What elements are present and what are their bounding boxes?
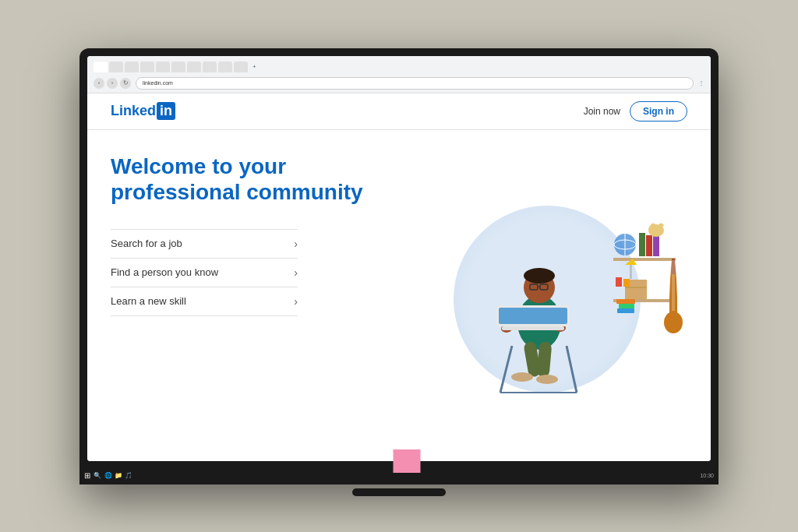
action-learn-skill-label: Learn a new skill: [111, 295, 186, 307]
address-bar-row: ‹ › ↻ linkedin.com ⋮: [94, 75, 704, 93]
tab[interactable]: [140, 62, 154, 72]
taskbar-icon-app[interactable]: 🎵: [125, 472, 132, 479]
logo-linked-text: Linked: [111, 103, 156, 119]
screen: + ‹ › ↻ linkedin.com ⋮: [87, 56, 711, 461]
hero-left: Welcome to your professional community S…: [111, 146, 687, 453]
join-now-link[interactable]: Join now: [584, 106, 620, 117]
chevron-right-icon: ›: [294, 295, 298, 308]
hero-title: Welcome to your professional community: [111, 153, 687, 206]
linkedin-navbar: Linked in Join now Sign in: [87, 93, 711, 130]
sign-in-button[interactable]: Sign in: [630, 101, 687, 122]
logo-in-badge: in: [157, 102, 175, 120]
start-button[interactable]: ⊞: [84, 471, 90, 480]
url-text: linkedin.com: [143, 80, 173, 86]
tab[interactable]: [156, 62, 170, 72]
refresh-button[interactable]: ↻: [120, 78, 131, 89]
taskbar-icon-file[interactable]: 📁: [115, 472, 122, 479]
linkedin-logo: Linked in: [111, 102, 175, 120]
action-learn-skill[interactable]: Learn a new skill ›: [111, 287, 298, 316]
action-list: Search for a job › Find a person you kno…: [111, 229, 687, 316]
action-search-job-label: Search for a job: [111, 238, 182, 249]
monitor-frame: + ‹ › ↻ linkedin.com ⋮: [79, 48, 719, 484]
action-search-job[interactable]: Search for a job ›: [111, 229, 298, 259]
monitor: + ‹ › ↻ linkedin.com ⋮: [79, 48, 719, 484]
active-tab[interactable]: [94, 62, 108, 72]
tab-bar: +: [94, 59, 704, 75]
tab[interactable]: [218, 62, 232, 72]
address-bar[interactable]: linkedin.com: [136, 77, 694, 90]
taskbar-icons: 🌐 📁 🎵: [104, 472, 697, 479]
nav-actions: Join now Sign in: [584, 101, 687, 122]
tab[interactable]: [203, 62, 217, 72]
search-button[interactable]: 🔍: [94, 472, 101, 479]
tab[interactable]: [125, 62, 139, 72]
browser-chrome: + ‹ › ↻ linkedin.com ⋮: [87, 56, 711, 93]
hero-title-line2: professional community: [111, 179, 687, 206]
hero-title-line1: Welcome to your: [111, 153, 687, 180]
action-find-person[interactable]: Find a person you know ›: [111, 259, 298, 287]
tab[interactable]: [109, 62, 123, 72]
nav-buttons: ‹ › ↻: [94, 78, 131, 89]
page-content: Linked in Join now Sign in Welcome to yo…: [87, 93, 711, 461]
tab-list: [94, 62, 248, 72]
tab[interactable]: [187, 62, 201, 72]
back-button[interactable]: ‹: [94, 78, 104, 89]
tab[interactable]: [171, 62, 185, 72]
tab[interactable]: [234, 62, 248, 72]
chevron-right-icon: ›: [294, 266, 298, 279]
browser-menu[interactable]: ⋮: [698, 79, 704, 86]
taskbar-time: 10:30: [700, 473, 714, 478]
monitor-base: [352, 488, 446, 496]
hero-section: Welcome to your professional community S…: [87, 130, 711, 461]
action-find-person-label: Find a person you know: [111, 266, 218, 278]
forward-button[interactable]: ›: [107, 78, 118, 89]
chevron-right-icon: ›: [294, 238, 298, 250]
new-tab-button[interactable]: +: [252, 63, 256, 70]
taskbar-icon-chrome[interactable]: 🌐: [104, 472, 112, 479]
sticky-note: [394, 449, 421, 473]
